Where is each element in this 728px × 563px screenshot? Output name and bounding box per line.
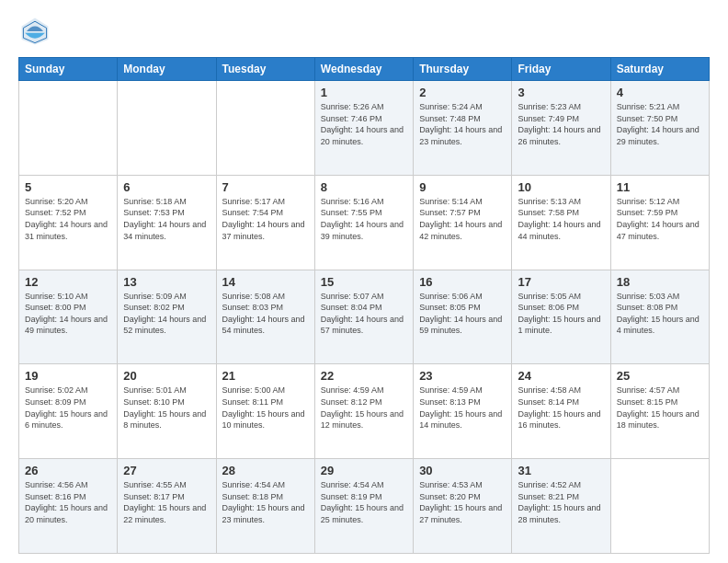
day-number: 8 bbox=[321, 180, 407, 194]
day-detail: Sunrise: 5:07 AMSunset: 8:04 PMDaylight:… bbox=[321, 291, 407, 337]
day-detail: Sunrise: 5:20 AMSunset: 7:52 PMDaylight:… bbox=[25, 196, 111, 242]
day-cell: 18 Sunrise: 5:03 AMSunset: 8:08 PMDaylig… bbox=[610, 270, 709, 364]
day-number: 26 bbox=[25, 464, 111, 477]
day-number: 7 bbox=[222, 180, 309, 194]
day-number: 17 bbox=[518, 275, 604, 289]
day-number: 15 bbox=[321, 275, 407, 289]
weekday-header-wednesday: Wednesday bbox=[314, 58, 413, 81]
day-detail: Sunrise: 5:26 AMSunset: 7:46 PMDaylight:… bbox=[321, 101, 407, 147]
day-number: 3 bbox=[518, 86, 604, 99]
day-number: 25 bbox=[617, 369, 703, 383]
weekday-header-friday: Friday bbox=[512, 58, 610, 81]
day-number: 9 bbox=[419, 180, 506, 194]
day-cell bbox=[216, 81, 314, 176]
day-cell: 14 Sunrise: 5:08 AMSunset: 8:03 PMDaylig… bbox=[216, 270, 314, 364]
day-detail: Sunrise: 5:13 AMSunset: 7:58 PMDaylight:… bbox=[518, 196, 604, 242]
day-number: 13 bbox=[123, 275, 210, 289]
day-detail: Sunrise: 4:58 AMSunset: 8:14 PMDaylight:… bbox=[518, 385, 604, 431]
day-cell: 22 Sunrise: 4:59 AMSunset: 8:12 PMDaylig… bbox=[314, 364, 413, 459]
day-detail: Sunrise: 5:18 AMSunset: 7:53 PMDaylight:… bbox=[123, 196, 210, 242]
weekday-header-row: SundayMondayTuesdayWednesdayThursdayFrid… bbox=[19, 58, 710, 81]
day-cell: 10 Sunrise: 5:13 AMSunset: 7:58 PMDaylig… bbox=[512, 175, 610, 270]
day-cell: 4 Sunrise: 5:21 AMSunset: 7:50 PMDayligh… bbox=[610, 81, 709, 176]
day-cell: 12 Sunrise: 5:10 AMSunset: 8:00 PMDaylig… bbox=[19, 270, 118, 364]
day-detail: Sunrise: 5:21 AMSunset: 7:50 PMDaylight:… bbox=[617, 101, 703, 147]
day-cell: 21 Sunrise: 5:00 AMSunset: 8:11 PMDaylig… bbox=[216, 364, 314, 459]
day-number: 5 bbox=[25, 180, 111, 194]
day-cell: 5 Sunrise: 5:20 AMSunset: 7:52 PMDayligh… bbox=[19, 175, 118, 270]
day-cell bbox=[610, 459, 709, 554]
day-detail: Sunrise: 5:02 AMSunset: 8:09 PMDaylight:… bbox=[25, 385, 111, 431]
day-detail: Sunrise: 5:03 AMSunset: 8:08 PMDaylight:… bbox=[617, 291, 703, 337]
day-number: 22 bbox=[321, 369, 407, 383]
weekday-header-tuesday: Tuesday bbox=[216, 58, 314, 81]
day-detail: Sunrise: 5:12 AMSunset: 7:59 PMDaylight:… bbox=[617, 196, 703, 242]
day-number: 11 bbox=[617, 180, 703, 194]
day-cell: 25 Sunrise: 4:57 AMSunset: 8:15 PMDaylig… bbox=[610, 364, 709, 459]
day-number: 19 bbox=[25, 369, 111, 383]
day-number: 2 bbox=[419, 86, 506, 99]
day-number: 29 bbox=[321, 464, 407, 477]
day-detail: Sunrise: 4:56 AMSunset: 8:16 PMDaylight:… bbox=[25, 479, 111, 525]
day-detail: Sunrise: 5:00 AMSunset: 8:11 PMDaylight:… bbox=[222, 385, 309, 431]
day-cell: 11 Sunrise: 5:12 AMSunset: 7:59 PMDaylig… bbox=[610, 175, 709, 270]
week-row-2: 5 Sunrise: 5:20 AMSunset: 7:52 PMDayligh… bbox=[19, 175, 710, 270]
day-number: 28 bbox=[222, 464, 309, 477]
day-detail: Sunrise: 4:52 AMSunset: 8:21 PMDaylight:… bbox=[518, 479, 604, 525]
day-number: 24 bbox=[518, 369, 604, 383]
day-cell: 8 Sunrise: 5:16 AMSunset: 7:55 PMDayligh… bbox=[314, 175, 413, 270]
day-cell: 13 Sunrise: 5:09 AMSunset: 8:02 PMDaylig… bbox=[118, 270, 216, 364]
day-number: 12 bbox=[25, 275, 111, 289]
day-number: 4 bbox=[617, 86, 703, 99]
week-row-1: 1 Sunrise: 5:26 AMSunset: 7:46 PMDayligh… bbox=[19, 81, 710, 176]
day-detail: Sunrise: 5:23 AMSunset: 7:49 PMDaylight:… bbox=[518, 101, 604, 147]
day-number: 6 bbox=[123, 180, 210, 194]
day-cell: 1 Sunrise: 5:26 AMSunset: 7:46 PMDayligh… bbox=[314, 81, 413, 176]
day-detail: Sunrise: 5:05 AMSunset: 8:06 PMDaylight:… bbox=[518, 291, 604, 337]
day-detail: Sunrise: 5:09 AMSunset: 8:02 PMDaylight:… bbox=[123, 291, 210, 337]
day-number: 23 bbox=[419, 369, 506, 383]
day-detail: Sunrise: 5:14 AMSunset: 7:57 PMDaylight:… bbox=[419, 196, 506, 242]
day-number: 16 bbox=[419, 275, 506, 289]
day-detail: Sunrise: 5:24 AMSunset: 7:48 PMDaylight:… bbox=[419, 101, 506, 147]
day-detail: Sunrise: 4:55 AMSunset: 8:17 PMDaylight:… bbox=[123, 479, 210, 525]
day-number: 30 bbox=[419, 464, 506, 477]
day-cell: 26 Sunrise: 4:56 AMSunset: 8:16 PMDaylig… bbox=[19, 459, 118, 554]
day-detail: Sunrise: 5:16 AMSunset: 7:55 PMDaylight:… bbox=[321, 196, 407, 242]
day-number: 21 bbox=[222, 369, 309, 383]
day-detail: Sunrise: 5:17 AMSunset: 7:54 PMDaylight:… bbox=[222, 196, 309, 242]
day-cell: 23 Sunrise: 4:59 AMSunset: 8:13 PMDaylig… bbox=[414, 364, 512, 459]
day-detail: Sunrise: 4:59 AMSunset: 8:13 PMDaylight:… bbox=[419, 385, 506, 431]
day-detail: Sunrise: 5:01 AMSunset: 8:10 PMDaylight:… bbox=[123, 385, 210, 431]
calendar-table: SundayMondayTuesdayWednesdayThursdayFrid… bbox=[18, 57, 710, 554]
week-row-5: 26 Sunrise: 4:56 AMSunset: 8:16 PMDaylig… bbox=[19, 459, 710, 554]
weekday-header-saturday: Saturday bbox=[610, 58, 709, 81]
day-detail: Sunrise: 5:08 AMSunset: 8:03 PMDaylight:… bbox=[222, 291, 309, 337]
day-detail: Sunrise: 5:06 AMSunset: 8:05 PMDaylight:… bbox=[419, 291, 506, 337]
day-detail: Sunrise: 4:57 AMSunset: 8:15 PMDaylight:… bbox=[617, 385, 703, 431]
day-number: 10 bbox=[518, 180, 604, 194]
day-cell: 6 Sunrise: 5:18 AMSunset: 7:53 PMDayligh… bbox=[118, 175, 216, 270]
day-cell: 15 Sunrise: 5:07 AMSunset: 8:04 PMDaylig… bbox=[314, 270, 413, 364]
day-number: 18 bbox=[617, 275, 703, 289]
day-cell: 2 Sunrise: 5:24 AMSunset: 7:48 PMDayligh… bbox=[414, 81, 512, 176]
weekday-header-sunday: Sunday bbox=[19, 58, 118, 81]
day-cell: 27 Sunrise: 4:55 AMSunset: 8:17 PMDaylig… bbox=[118, 459, 216, 554]
day-cell bbox=[118, 81, 216, 176]
day-cell: 16 Sunrise: 5:06 AMSunset: 8:05 PMDaylig… bbox=[414, 270, 512, 364]
day-detail: Sunrise: 4:54 AMSunset: 8:18 PMDaylight:… bbox=[222, 479, 309, 525]
day-number: 31 bbox=[518, 464, 604, 477]
day-cell bbox=[19, 81, 118, 176]
header bbox=[18, 15, 710, 48]
day-number: 14 bbox=[222, 275, 309, 289]
day-detail: Sunrise: 5:10 AMSunset: 8:00 PMDaylight:… bbox=[25, 291, 111, 337]
week-row-3: 12 Sunrise: 5:10 AMSunset: 8:00 PMDaylig… bbox=[19, 270, 710, 364]
day-detail: Sunrise: 4:59 AMSunset: 8:12 PMDaylight:… bbox=[321, 385, 407, 431]
day-cell: 28 Sunrise: 4:54 AMSunset: 8:18 PMDaylig… bbox=[216, 459, 314, 554]
day-cell: 7 Sunrise: 5:17 AMSunset: 7:54 PMDayligh… bbox=[216, 175, 314, 270]
day-cell: 31 Sunrise: 4:52 AMSunset: 8:21 PMDaylig… bbox=[512, 459, 610, 554]
day-cell: 29 Sunrise: 4:54 AMSunset: 8:19 PMDaylig… bbox=[314, 459, 413, 554]
day-cell: 3 Sunrise: 5:23 AMSunset: 7:49 PMDayligh… bbox=[512, 81, 610, 176]
weekday-header-monday: Monday bbox=[118, 58, 216, 81]
week-row-4: 19 Sunrise: 5:02 AMSunset: 8:09 PMDaylig… bbox=[19, 364, 710, 459]
